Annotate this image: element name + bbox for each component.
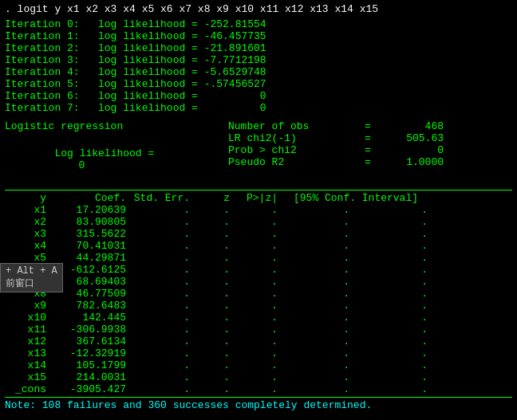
table-row: _cons -3905.427 . . . . . [5, 383, 512, 395]
table-row: x12 367.6134 . . . . . [5, 336, 512, 347]
cell-ci2: . [356, 336, 428, 347]
table-row: x15 214.0031 . . . . . [5, 371, 512, 383]
cell-std: . [132, 264, 196, 276]
cell-ci1: . [284, 324, 356, 336]
iteration-6: Iteration 6: log likelihood = 0 [5, 90, 512, 102]
cell-z: . [196, 383, 236, 395]
header-p: P>|z| [236, 192, 284, 204]
cell-ci2: . [356, 312, 428, 324]
cell-z: . [196, 324, 236, 336]
cell-p: . [236, 240, 284, 252]
cell-p: . [236, 288, 284, 300]
table-row: x5 44.29871 . . . . . [5, 252, 512, 264]
prob-val: 0 [380, 144, 444, 156]
cell-ci2: . [356, 300, 428, 312]
cell-z: . [196, 276, 236, 288]
cell-std: . [132, 347, 196, 359]
header-std: Std. Err. [132, 192, 196, 204]
cell-var: x10 [5, 312, 53, 324]
iteration-7: Iteration 7: log likelihood = 0 [5, 102, 512, 114]
cell-std: . [132, 312, 196, 324]
cell-coef: -306.9938 [53, 324, 132, 336]
cell-ci2: . [356, 276, 428, 288]
tooltip-line2: 前窗口 [6, 277, 57, 290]
cell-coef: 44.29871 [53, 252, 132, 264]
cell-z: . [196, 336, 236, 347]
regression-block: Logistic regression Log likelihood = 0 N… [5, 120, 512, 183]
cell-var: x15 [5, 371, 53, 383]
cell-ci2: . [356, 324, 428, 336]
cell-coef: 46.77509 [53, 288, 132, 300]
cell-p: . [236, 300, 284, 312]
cell-z: . [196, 264, 236, 276]
cell-ci1: . [284, 204, 356, 216]
cell-ci1: . [284, 300, 356, 312]
cell-z: . [196, 240, 236, 252]
cell-p: . [236, 276, 284, 288]
regression-right: Number of obs = 468 LR chi2(-1) = 505.63… [228, 120, 512, 183]
cell-coef: -12.32919 [53, 347, 132, 359]
cell-ci2: . [356, 240, 428, 252]
cell-coef: 142.445 [53, 312, 132, 324]
cell-std: . [132, 359, 196, 371]
pseudo-r2-val: 1.0000 [380, 156, 444, 168]
cell-ci1: . [284, 228, 356, 240]
cell-z: . [196, 312, 236, 324]
cell-ci2: . [356, 264, 428, 276]
table-row: x10 142.445 . . . . . [5, 312, 512, 324]
lr-chi2-eq: = [356, 132, 380, 144]
table-body: x1 17.20639 . . . . . x2 83.90805 . . . … [5, 204, 512, 395]
prob-line: Prob > chi2 = 0 [228, 144, 512, 156]
cell-coef: -3905.427 [53, 383, 132, 395]
cell-ci2: . [356, 216, 428, 228]
cell-coef: 70.41031 [53, 240, 132, 252]
cell-ci2: . [356, 347, 428, 359]
cell-ci1: . [284, 371, 356, 383]
cell-var: x4 [5, 240, 53, 252]
table-header: y Coef. Std. Err. z P>|z| [95% Conf. Int… [5, 190, 512, 204]
cell-p: . [236, 252, 284, 264]
cell-ci1: . [284, 276, 356, 288]
table-row: x9 782.6483 . . . . . [5, 300, 512, 312]
regression-left: Logistic regression Log likelihood = 0 [5, 120, 228, 183]
table-row: x4 70.41031 . . . . . [5, 240, 512, 252]
cell-std: . [132, 216, 196, 228]
table-row: x14 105.1799 . . . . . [5, 359, 512, 371]
cell-ci2: . [356, 252, 428, 264]
num-obs-eq: = [356, 120, 380, 132]
cell-ci1: . [284, 347, 356, 359]
cell-p: . [236, 336, 284, 347]
iteration-3: Iteration 3: log likelihood = -7.7712198 [5, 54, 512, 66]
cell-z: . [196, 252, 236, 264]
cell-coef: 68.69403 [53, 276, 132, 288]
cell-z: . [196, 300, 236, 312]
pseudo-r2-line: Pseudo R2 = 1.0000 [228, 156, 512, 168]
table-row: x6 -612.6125 . . . . . [5, 264, 512, 276]
iteration-4: Iteration 4: log likelihood = -5.6529748 [5, 66, 512, 78]
terminal-window: . logit y x1 x2 x3 x4 x5 x6 x7 x8 x9 x10… [0, 0, 517, 414]
header-z: z [196, 192, 236, 204]
cell-coef: 214.0031 [53, 371, 132, 383]
iteration-0: Iteration 0: log likelihood = -252.81554 [5, 18, 512, 30]
cell-std: . [132, 276, 196, 288]
cell-var: x1 [5, 204, 53, 216]
cell-var: x2 [5, 216, 53, 228]
cell-var: x12 [5, 336, 53, 347]
cell-std: . [132, 288, 196, 300]
regression-title: Logistic regression [5, 120, 228, 132]
cell-ci1: . [284, 240, 356, 252]
cell-ci2: . [356, 383, 428, 395]
cell-coef: 367.6134 [53, 336, 132, 347]
cell-ci2: . [356, 288, 428, 300]
table-row: x2 83.90805 . . . . . [5, 216, 512, 228]
cell-z: . [196, 216, 236, 228]
cell-var: x14 [5, 359, 53, 371]
cell-var: x9 [5, 300, 53, 312]
cell-var: x13 [5, 347, 53, 359]
cell-var: x11 [5, 324, 53, 336]
prob-eq: = [356, 144, 380, 156]
cell-std: . [132, 252, 196, 264]
cell-z: . [196, 359, 236, 371]
num-obs-val: 468 [380, 120, 444, 132]
cell-ci1: . [284, 264, 356, 276]
